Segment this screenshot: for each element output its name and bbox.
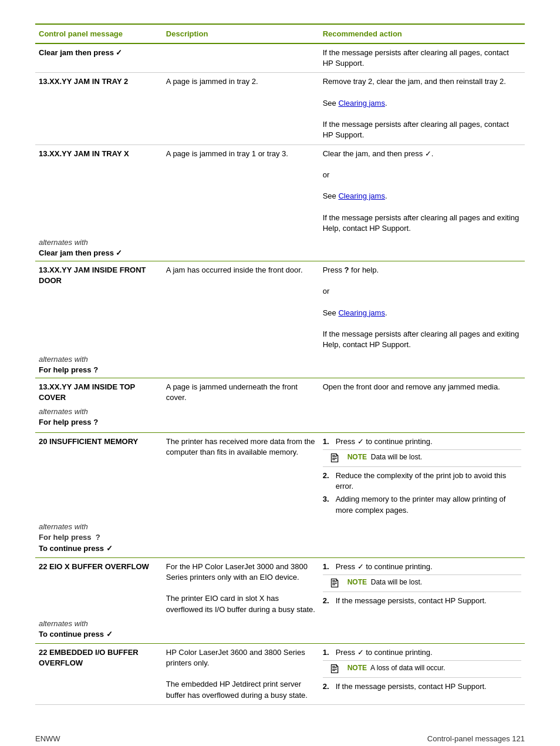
table-row: 13.XX.YY JAM INSIDE FRONT DOOR A jam has… — [35, 261, 525, 354]
alternates-label: alternates with — [35, 619, 163, 629]
alt-message-row: Clear jam then press ✓ — [35, 247, 525, 261]
alt-message-row: To continue press ✓ — [35, 629, 525, 644]
action-item-3: 3. Adding memory to the printer may allo… — [323, 494, 521, 515]
alt-message-cell: To continue press ✓ — [35, 543, 163, 558]
alternates-label: alternates with — [35, 406, 163, 416]
action-cell: Open the front door and remove any jamme… — [319, 378, 525, 406]
note-box: 🖹 NOTE Data will be lost. — [323, 574, 521, 592]
action-cell: If the message persists after clearing a… — [319, 43, 525, 73]
description-cell: A page is jammed in tray 2. — [163, 73, 319, 145]
description-cell — [163, 43, 319, 73]
alternates-label: alternates with — [35, 354, 163, 364]
action-cell: Clear the jam, and then press ✓. or See … — [319, 145, 525, 237]
description-cell: HP Color LaserJet 3600 and 3800 Series p… — [163, 643, 319, 704]
alt-message-row: To continue press ✓ — [35, 543, 525, 558]
message-cell: Clear jam then press ✓ — [35, 43, 163, 73]
description-cell: A jam has occurred inside the front door… — [163, 261, 319, 354]
action-cell: 1. Press ✓ to continue printing. 🖹 NOTE … — [319, 557, 525, 618]
action-cell: 1. Press ✓ to continue printing. 🖹 NOTE … — [319, 432, 525, 521]
main-table: Control panel message Description Recomm… — [35, 23, 525, 705]
alt-message-cell: For help press ? — [35, 532, 163, 543]
alternates-row: alternates with — [35, 354, 525, 364]
table-row: 13.XX.YY JAM IN TRAY X A page is jammed … — [35, 145, 525, 237]
table-header: Control panel message Description Recomm… — [35, 24, 525, 43]
message-cell: 22 EMBEDDED I/O BUFFER OVERFLOW — [35, 643, 163, 704]
table-row: 20 INSUFFICIENT MEMORY The printer has r… — [35, 432, 525, 521]
alt-message-row: For help press ? — [35, 364, 525, 378]
col-header-description: Description — [163, 24, 319, 43]
table-row: 22 EMBEDDED I/O BUFFER OVERFLOW HP Color… — [35, 643, 525, 704]
alt-message-cell: For help press ? — [35, 364, 163, 378]
description-cell: A page is jammed in tray 1 or tray 3. — [163, 145, 319, 237]
message-cell: 20 INSUFFICIENT MEMORY — [35, 432, 163, 521]
note-icon: 🖹 — [326, 663, 343, 675]
alternates-row: alternates with — [35, 619, 525, 629]
action-cell: 1. Press ✓ to continue printing. 🖹 NOTE … — [319, 643, 525, 704]
clearing-jams-link[interactable]: Clearing jams — [338, 99, 384, 107]
table-row: 22 EIO X BUFFER OVERFLOW For the HP Colo… — [35, 557, 525, 618]
footer-right: Control-panel messages 121 — [427, 734, 525, 743]
page-footer: ENWW Control-panel messages 121 — [35, 728, 525, 743]
action-cell: Press ? for help. or See Clearing jams. … — [319, 261, 525, 354]
message-cell: 13.XX.YY JAM INSIDE TOP COVER — [35, 378, 163, 406]
table-row: Clear jam then press ✓ If the message pe… — [35, 43, 525, 73]
message-cell: 13.XX.YY JAM IN TRAY X — [35, 145, 163, 237]
alt-sub-row: For help press ? — [35, 532, 525, 543]
clearing-jams-link[interactable]: Clearing jams — [338, 191, 384, 200]
note-icon: 🖹 — [326, 577, 343, 589]
page-container: Control panel message Description Recomm… — [35, 23, 525, 743]
alt-message-cell: Clear jam then press ✓ — [35, 247, 163, 261]
alternates-row: alternates with — [35, 522, 525, 532]
message-cell: 13.XX.YY JAM IN TRAY 2 — [35, 73, 163, 145]
alternates-label: alternates with — [35, 237, 163, 247]
footer-left: ENWW — [35, 734, 60, 743]
table-row: 13.XX.YY JAM IN TRAY 2 A page is jammed … — [35, 73, 525, 145]
note-icon: 🖹 — [326, 452, 343, 464]
action-item-2: 2. If the message persists, contact HP S… — [323, 681, 521, 692]
description-cell: The printer has received more data from … — [163, 432, 319, 521]
description-cell: A page is jammed underneath the front co… — [163, 378, 319, 406]
message-cell: 13.XX.YY JAM INSIDE FRONT DOOR — [35, 261, 163, 354]
message-cell: 22 EIO X BUFFER OVERFLOW — [35, 557, 163, 618]
action-item-1: 1. Press ✓ to continue printing. — [323, 562, 521, 572]
clearing-jams-link[interactable]: Clearing jams — [338, 308, 384, 317]
action-cell: Remove tray 2, clear the jam, and then r… — [319, 73, 525, 145]
table-row: 13.XX.YY JAM INSIDE TOP COVER A page is … — [35, 378, 525, 406]
action-item-2: 2. If the message persists, contact HP S… — [323, 596, 521, 606]
action-item-1: 1. Press ✓ to continue printing. — [323, 647, 521, 658]
action-item-2: 2. Reduce the complexity of the print jo… — [323, 471, 521, 492]
note-box: 🖹 NOTE A loss of data will occur. — [323, 660, 521, 678]
alternates-label: alternates with — [35, 522, 163, 532]
action-item-1: 1. Press ✓ to continue printing. — [323, 436, 521, 447]
col-header-action: Recommended action — [319, 24, 525, 43]
alternates-row: alternates with — [35, 406, 525, 416]
description-cell: For the HP Color LaserJet 3000 and 3800 … — [163, 557, 319, 618]
note-box: 🖹 NOTE Data will be lost. — [323, 449, 521, 467]
alternates-row: alternates with — [35, 237, 525, 247]
col-header-message: Control panel message — [35, 24, 163, 43]
alt-message-cell: To continue press ✓ — [35, 629, 163, 644]
alt-message-row: For help press ? — [35, 416, 525, 433]
alt-message-cell: For help press ? — [35, 416, 163, 433]
